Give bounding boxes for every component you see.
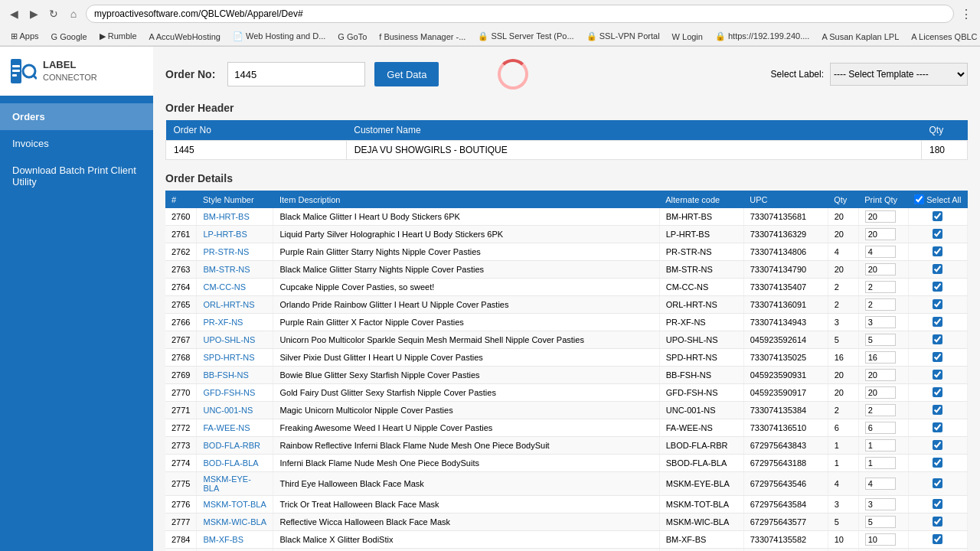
row-num: 2763 bbox=[165, 261, 197, 279]
row-select-checkbox[interactable] bbox=[933, 282, 942, 292]
refresh-button[interactable]: ↻ bbox=[46, 6, 61, 21]
row-select-checkbox[interactable] bbox=[933, 458, 942, 468]
forward-button[interactable]: ▶ bbox=[26, 6, 41, 21]
logo-text: LABEL CONNECTOR bbox=[43, 59, 97, 83]
row-desc: Magic Unicorn Multicolor Nipple Cover Pa… bbox=[273, 402, 659, 419]
row-select-checkbox[interactable] bbox=[933, 387, 942, 397]
row-style: UNC-001-NS bbox=[197, 402, 273, 419]
row-desc: Silver Pixie Dust X BodiStix bbox=[273, 549, 659, 552]
bookmark-licenses[interactable]: A Licenses QBLC bbox=[906, 31, 980, 43]
row-select-checkbox[interactable] bbox=[933, 334, 942, 344]
bookmark-business[interactable]: f Business Manager -... bbox=[374, 31, 470, 43]
get-data-button[interactable]: Get Data bbox=[374, 62, 439, 86]
row-desc: Reflective Wicca Halloween Black Face Ma… bbox=[273, 514, 659, 531]
back-button[interactable]: ◀ bbox=[6, 6, 21, 21]
row-select-checkbox[interactable] bbox=[933, 352, 942, 362]
bookmark-goto[interactable]: G GoTo bbox=[333, 31, 371, 43]
bookmark-susan[interactable]: A Susan Kaplan LPL bbox=[817, 31, 903, 43]
print-qty-input[interactable] bbox=[865, 369, 896, 381]
row-alt: LBOD-FLA-RBR bbox=[659, 437, 743, 455]
print-qty-input[interactable] bbox=[865, 246, 896, 258]
bookmark-ssl-vpn[interactable]: 🔒 SSL-VPN Portal bbox=[582, 30, 665, 43]
row-style: GFD-FSH-NS bbox=[197, 384, 273, 402]
table-row: 2784 BM-XF-BS Black Malice X Glitter Bod… bbox=[165, 531, 968, 549]
print-qty-input[interactable] bbox=[865, 498, 896, 510]
bookmark-ip[interactable]: 🔒 https://192.199.240.... bbox=[710, 30, 814, 43]
row-select-checkbox[interactable] bbox=[933, 299, 942, 309]
bookmark-google[interactable]: G Google bbox=[47, 31, 92, 43]
row-upc: 672975643188 bbox=[743, 455, 828, 472]
table-row: 2768 SPD-HRT-NS Silver Pixie Dust Glitte… bbox=[165, 349, 968, 367]
row-select-checkbox[interactable] bbox=[933, 246, 942, 256]
row-select-checkbox[interactable] bbox=[933, 422, 942, 432]
select-template-dropdown[interactable]: ---- Select Template ---- bbox=[830, 63, 968, 86]
row-select-checkbox[interactable] bbox=[933, 211, 942, 221]
print-qty-input[interactable] bbox=[865, 316, 896, 328]
sidebar-item-invoices[interactable]: Invoices bbox=[0, 130, 153, 157]
print-qty-input[interactable] bbox=[865, 351, 896, 364]
print-qty-input[interactable] bbox=[865, 210, 896, 223]
row-select-checkbox[interactable] bbox=[933, 405, 942, 415]
row-checkbox-cell bbox=[908, 384, 967, 402]
row-select-checkbox[interactable] bbox=[933, 499, 942, 509]
row-select-checkbox[interactable] bbox=[933, 317, 942, 327]
row-select-checkbox[interactable] bbox=[933, 478, 942, 488]
row-checkbox-cell bbox=[908, 455, 967, 472]
row-alt: BM-HRT-BS bbox=[659, 208, 743, 226]
row-printqty bbox=[858, 208, 908, 226]
row-upc: 733074136091 bbox=[743, 296, 828, 314]
row-checkbox-cell bbox=[908, 419, 967, 437]
row-select-checkbox[interactable] bbox=[933, 517, 942, 527]
print-qty-input[interactable] bbox=[865, 422, 896, 434]
bookmark-webhosting[interactable]: 📄 Web Hosting and D... bbox=[228, 30, 330, 43]
bookmark-rumble[interactable]: ▶ Rumble bbox=[95, 30, 142, 43]
table-row: 2760 BM-HRT-BS Black Malice Glitter I He… bbox=[165, 208, 968, 226]
row-qty: 2 bbox=[828, 279, 858, 296]
print-qty-input[interactable] bbox=[865, 516, 896, 528]
order-header-col-orderno: Order No bbox=[166, 120, 347, 141]
print-qty-input[interactable] bbox=[865, 263, 896, 276]
row-printqty bbox=[858, 279, 908, 296]
row-alt: FA-WEE-NS bbox=[659, 419, 743, 437]
sidebar-item-download[interactable]: Download Batch Print Client Utility bbox=[0, 157, 153, 195]
order-no-input[interactable] bbox=[227, 62, 365, 86]
row-qty: 20 bbox=[828, 208, 858, 226]
details-col-upc: UPC bbox=[743, 191, 828, 208]
row-select-checkbox[interactable] bbox=[933, 229, 942, 239]
sidebar-item-orders[interactable]: Orders bbox=[0, 103, 153, 130]
print-qty-input[interactable] bbox=[865, 298, 896, 311]
row-printqty bbox=[858, 472, 908, 496]
row-select-checkbox[interactable] bbox=[933, 370, 942, 380]
bookmark-ssl-test[interactable]: 🔒 SSL Server Test (Po... bbox=[473, 30, 578, 43]
svg-point-4 bbox=[23, 65, 35, 77]
row-select-checkbox[interactable] bbox=[933, 264, 942, 274]
bookmark-login[interactable]: W Login bbox=[668, 31, 707, 43]
print-qty-input[interactable] bbox=[865, 478, 896, 490]
print-qty-input[interactable] bbox=[865, 404, 896, 416]
print-qty-input[interactable] bbox=[865, 457, 896, 469]
print-qty-input[interactable] bbox=[865, 533, 896, 546]
print-qty-input[interactable] bbox=[865, 439, 896, 452]
browser-toolbar: ◀ ▶ ↻ ⌂ ⋮ bbox=[0, 0, 980, 28]
row-checkbox-cell bbox=[908, 296, 967, 314]
table-row: 2764 CM-CC-NS Cupcake Nipple Cover Pasti… bbox=[165, 279, 968, 296]
row-upc: 733074134790 bbox=[743, 261, 828, 279]
row-upc: 733074135025 bbox=[743, 349, 828, 367]
select-all-checkbox[interactable] bbox=[914, 194, 924, 204]
row-select-checkbox[interactable] bbox=[933, 534, 942, 544]
row-checkbox-cell bbox=[908, 472, 967, 496]
home-button[interactable]: ⌂ bbox=[66, 6, 81, 21]
bookmark-accuwebhosting[interactable]: A AccuWebHosting bbox=[145, 31, 225, 43]
row-style: PR-STR-NS bbox=[197, 243, 273, 261]
print-qty-input[interactable] bbox=[865, 386, 896, 399]
row-num: 2768 bbox=[165, 349, 197, 367]
print-qty-input[interactable] bbox=[865, 334, 896, 346]
row-select-checkbox[interactable] bbox=[933, 440, 942, 450]
print-qty-input[interactable] bbox=[865, 228, 896, 240]
row-style: BM-HRT-BS bbox=[197, 208, 273, 226]
print-qty-input[interactable] bbox=[865, 281, 896, 293]
menu-button[interactable]: ⋮ bbox=[959, 6, 974, 21]
address-bar[interactable] bbox=[86, 5, 954, 23]
bookmark-apps[interactable]: ⊞ Apps bbox=[6, 30, 44, 43]
main-content: Order No: Get Data Select Label: ---- Se… bbox=[153, 47, 980, 551]
